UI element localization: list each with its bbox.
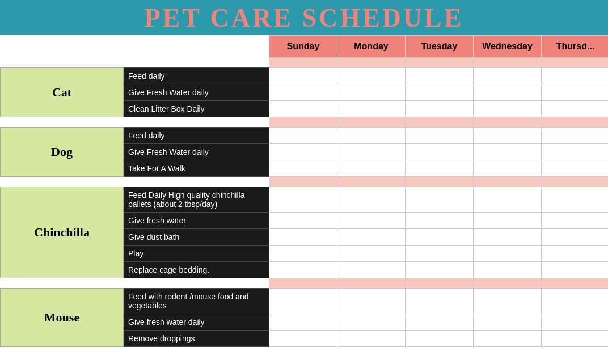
chinchilla-sunday-3[interactable] bbox=[269, 229, 337, 246]
schedule-table: Sunday Monday Tuesday Wednesday Thursd..… bbox=[0, 35, 608, 347]
dog-sunday-3[interactable] bbox=[269, 160, 337, 177]
cat-task-2: Give Fresh Water daily bbox=[124, 84, 269, 101]
dog-sunday-1[interactable] bbox=[269, 128, 337, 144]
chinchilla-wednesday-4[interactable] bbox=[474, 246, 542, 262]
chinchilla-tuesday-1[interactable] bbox=[406, 187, 474, 213]
mouse-task-2: Give fresh water daily bbox=[124, 314, 269, 331]
day-header-monday: Monday bbox=[337, 36, 406, 58]
chinchilla-task-5: Replace cage bedding. bbox=[124, 262, 269, 278]
cat-wednesday-1[interactable] bbox=[474, 68, 542, 84]
chinchilla-tuesday-4[interactable] bbox=[406, 246, 474, 262]
chinchilla-wednesday-2[interactable] bbox=[474, 213, 542, 229]
chinchilla-monday-4[interactable] bbox=[337, 246, 406, 262]
mouse-thursday-1[interactable] bbox=[542, 289, 609, 314]
spacer-row-3 bbox=[1, 177, 609, 187]
mouse-monday-3[interactable] bbox=[337, 331, 406, 347]
chinchilla-tuesday-5[interactable] bbox=[406, 262, 474, 278]
chinchilla-monday-3[interactable] bbox=[337, 229, 406, 246]
cat-wednesday-3[interactable] bbox=[474, 101, 542, 117]
dog-monday-2[interactable] bbox=[337, 144, 406, 160]
day-header-tuesday: Tuesday bbox=[406, 36, 474, 58]
dog-wednesday-1[interactable] bbox=[474, 128, 542, 144]
dog-thursday-2[interactable] bbox=[542, 144, 609, 160]
chinchilla-thursday-2[interactable] bbox=[542, 213, 609, 229]
dog-tuesday-1[interactable] bbox=[406, 128, 474, 144]
mouse-monday-1[interactable] bbox=[337, 289, 406, 314]
spacer-row-2 bbox=[1, 117, 609, 128]
cat-tuesday-1[interactable] bbox=[406, 68, 474, 84]
cat-wednesday-2[interactable] bbox=[474, 84, 542, 101]
cat-task-3: Clean Litter Box Daily bbox=[124, 101, 269, 117]
dog-monday-1[interactable] bbox=[337, 128, 406, 144]
cat-task-1: Feed daily bbox=[124, 68, 269, 84]
empty-header-1 bbox=[1, 36, 124, 58]
mouse-monday-2[interactable] bbox=[337, 314, 406, 331]
chinchilla-task-4: Play bbox=[124, 246, 269, 262]
cat-monday-1[interactable] bbox=[337, 68, 406, 84]
page-header: PET CARE SCHEDULE bbox=[0, 0, 608, 35]
cat-thursday-3[interactable] bbox=[542, 101, 609, 117]
pet-name-dog: Dog bbox=[1, 128, 124, 177]
chinchilla-wednesday-1[interactable] bbox=[474, 187, 542, 213]
mouse-tuesday-3[interactable] bbox=[406, 331, 474, 347]
mouse-wednesday-1[interactable] bbox=[474, 289, 542, 314]
chinchilla-tuesday-3[interactable] bbox=[406, 229, 474, 246]
mouse-sunday-3[interactable] bbox=[269, 331, 337, 347]
mouse-tuesday-1[interactable] bbox=[406, 289, 474, 314]
cat-monday-2[interactable] bbox=[337, 84, 406, 101]
dog-task-3: Take For A Walk bbox=[124, 160, 269, 177]
dog-sunday-2[interactable] bbox=[269, 144, 337, 160]
mouse-sunday-2[interactable] bbox=[269, 314, 337, 331]
chinchilla-monday-5[interactable] bbox=[337, 262, 406, 278]
dog-monday-3[interactable] bbox=[337, 160, 406, 177]
chinchilla-sunday-5[interactable] bbox=[269, 262, 337, 278]
chinchilla-wednesday-3[interactable] bbox=[474, 229, 542, 246]
chinchilla-thursday-4[interactable] bbox=[542, 246, 609, 262]
header-row: Sunday Monday Tuesday Wednesday Thursd..… bbox=[1, 36, 609, 58]
cat-sunday-2[interactable] bbox=[269, 84, 337, 101]
chinchilla-thursday-1[interactable] bbox=[542, 187, 609, 213]
cat-tuesday-2[interactable] bbox=[406, 84, 474, 101]
cat-thursday-2[interactable] bbox=[542, 84, 609, 101]
dog-tuesday-2[interactable] bbox=[406, 144, 474, 160]
mouse-sunday-1[interactable] bbox=[269, 289, 337, 314]
mouse-task-1: Feed with rodent /mouse food and vegetab… bbox=[124, 289, 269, 314]
pet-name-mouse: Mouse bbox=[1, 289, 124, 347]
cat-thursday-1[interactable] bbox=[542, 68, 609, 84]
mouse-tuesday-2[interactable] bbox=[406, 314, 474, 331]
cat-sunday-1[interactable] bbox=[269, 68, 337, 84]
mouse-row-1: Mouse Feed with rodent /mouse food and v… bbox=[1, 289, 609, 314]
chinchilla-task-1: Feed Daily High quality chinchilla palle… bbox=[124, 187, 269, 213]
mouse-task-3: Remove droppings bbox=[124, 331, 269, 347]
spacer-row-1 bbox=[1, 58, 609, 68]
page-title: PET CARE SCHEDULE bbox=[144, 3, 463, 33]
dog-thursday-1[interactable] bbox=[542, 128, 609, 144]
dog-row-1: Dog Feed daily bbox=[1, 128, 609, 144]
cat-tuesday-3[interactable] bbox=[406, 101, 474, 117]
chinchilla-monday-1[interactable] bbox=[337, 187, 406, 213]
day-header-thursday: Thursd... bbox=[542, 36, 609, 58]
chinchilla-thursday-5[interactable] bbox=[542, 262, 609, 278]
dog-task-1: Feed daily bbox=[124, 128, 269, 144]
mouse-wednesday-3[interactable] bbox=[474, 331, 542, 347]
empty-header-2 bbox=[124, 36, 269, 58]
dog-wednesday-2[interactable] bbox=[474, 144, 542, 160]
chinchilla-tuesday-2[interactable] bbox=[406, 213, 474, 229]
cat-monday-3[interactable] bbox=[337, 101, 406, 117]
day-header-sunday: Sunday bbox=[269, 36, 337, 58]
mouse-thursday-2[interactable] bbox=[542, 314, 609, 331]
chinchilla-sunday-2[interactable] bbox=[269, 213, 337, 229]
chinchilla-sunday-1[interactable] bbox=[269, 187, 337, 213]
mouse-thursday-3[interactable] bbox=[542, 331, 609, 347]
chinchilla-row-1: Chinchilla Feed Daily High quality chinc… bbox=[1, 187, 609, 213]
dog-tuesday-3[interactable] bbox=[406, 160, 474, 177]
dog-wednesday-3[interactable] bbox=[474, 160, 542, 177]
cat-sunday-3[interactable] bbox=[269, 101, 337, 117]
chinchilla-monday-2[interactable] bbox=[337, 213, 406, 229]
mouse-wednesday-2[interactable] bbox=[474, 314, 542, 331]
chinchilla-thursday-3[interactable] bbox=[542, 229, 609, 246]
chinchilla-sunday-4[interactable] bbox=[269, 246, 337, 262]
spacer-row-4 bbox=[1, 278, 609, 289]
chinchilla-wednesday-5[interactable] bbox=[474, 262, 542, 278]
dog-thursday-3[interactable] bbox=[542, 160, 609, 177]
